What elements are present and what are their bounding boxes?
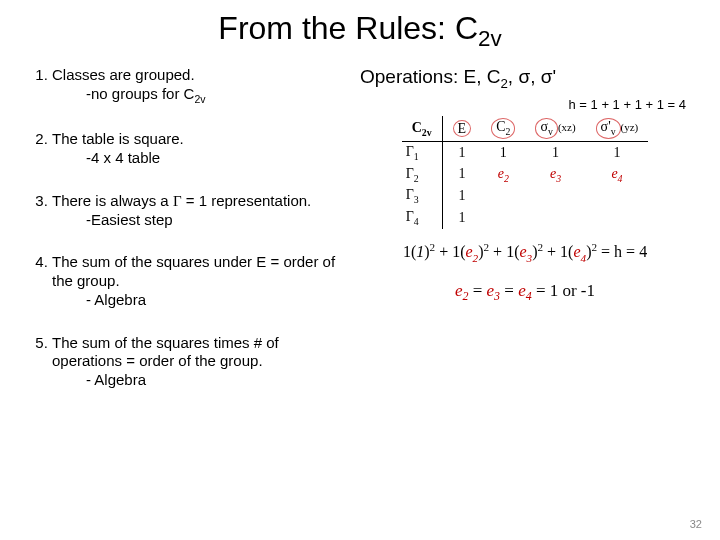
eq1-t5: + 1( [489,243,519,260]
circle-C2: C2 [491,118,515,139]
g1-pre: Γ [406,144,414,159]
rule-1-sub-pre: -no groups for C [86,85,194,102]
col-svp: σ'v(yz) [586,116,649,141]
col-E: E [442,116,481,141]
rule-1-sub: -no groups for C2v [52,85,350,106]
g2-sub: 2 [414,172,419,183]
h-equation: h = 1 + 1 + 1 + 1 = 4 [360,97,686,112]
character-table: C2v E C2 σv(xz) σ'v(yz) Γ1 1 1 1 1 Γ2 1 [402,116,649,229]
g1-sub: 1 [414,151,419,162]
col-C2: C2 [481,116,525,141]
g3-sub: 3 [414,194,419,205]
eq1-e3: e [519,243,526,260]
corner-pre: C [412,120,422,135]
equation-1: 1(1)2 + 1(e2)2 + 1(e3)2 + 1(e4)2 = h = 4 [360,239,690,267]
eq2-e4: e [518,281,526,300]
rule-3-post: = 1 representation. [182,192,312,209]
sv-pre: σ [540,119,548,134]
page-number: 32 [690,518,702,530]
rule-3-sub: -Easiest step [52,211,350,230]
rule-2: The table is square. -4 x 4 table [52,130,350,168]
r3c1: 1 [442,185,481,207]
r2c3: e3 [525,164,585,186]
title-sub: 2v [478,26,502,51]
operations-line: Operations: E, C2, σ, σ' [360,66,690,91]
r1c3: 1 [525,141,585,163]
eq1-i1: 1 [416,243,424,260]
rule-2-sub: -4 x 4 table [52,149,350,168]
rule-1-main: Classes are grouped. [52,66,195,83]
rule-2-main: The table is square. [52,130,184,147]
sv-sub: v [548,126,553,137]
eq2-e3: e [487,281,495,300]
eq2-rhs: = 1 or -1 [532,281,595,300]
eq1-e4: e [573,243,580,260]
left-column: Classes are grouped. -no groups for C2v … [30,66,350,413]
rule-1-sub-sub: 2v [194,93,205,105]
rule-3-pre: There is always a [52,192,173,209]
eq2-eq1: = [468,281,486,300]
table-corner: C2v [402,116,442,141]
eq2-eq2: = [500,281,518,300]
r2c2: e2 [481,164,525,186]
table-row: Γ2 1 e2 e3 e4 [402,164,649,186]
r4c1: 1 [442,207,481,229]
eq1-t7: + 1( [543,243,573,260]
eq1-rhs: = h = 4 [597,243,647,260]
rule-1: Classes are grouped. -no groups for C2v [52,66,350,106]
table-row: Γ3 1 [402,185,649,207]
sv-par: (xz) [558,121,576,133]
slide: From the Rules: C2v Classes are grouped.… [0,0,720,540]
c2-sub: 2 [506,126,511,137]
r1c4: 1 [586,141,649,163]
rule-5-sub: - Algebra [52,371,350,390]
c2-pre: C [496,119,505,134]
table-row: Γ1 1 1 1 1 [402,141,649,163]
r2c4: e4 [586,164,649,186]
svp-par: (yz) [621,121,639,133]
r2c2-sub: 2 [504,172,509,183]
g4-pre: Γ [406,209,414,224]
columns: Classes are grouped. -no groups for C2v … [30,66,690,413]
ops-sub: 2 [500,76,507,91]
r1c1: 1 [442,141,481,163]
table-row: Γ4 1 [402,207,649,229]
equation-2: e2 = e3 = e4 = 1 or -1 [360,281,690,304]
right-column: Operations: E, C2, σ, σ' h = 1 + 1 + 1 +… [360,66,690,413]
table-header-row: C2v E C2 σv(xz) σ'v(yz) [402,116,649,141]
ops-post: , σ, σ' [508,66,556,87]
circle-svp: σ'v [596,118,621,139]
rule-4-main: The sum of the squares under E = order o… [52,253,335,289]
title-text: From the Rules: C [218,10,478,46]
rule-3: There is always a Γ = 1 representation. … [52,192,350,230]
g4-sub: 4 [414,216,419,227]
eq1-t1: 1( [403,243,416,260]
rules-list: Classes are grouped. -no groups for C2v … [30,66,350,389]
circle-sv: σv [535,118,557,139]
corner-sub: 2v [422,126,432,137]
r2c4-sub: 4 [618,172,623,183]
svp-pre: σ' [601,119,611,134]
slide-title: From the Rules: C2v [30,10,690,52]
gamma-symbol: Γ [173,193,182,209]
row3-label: Γ3 [402,185,442,207]
row1-label: Γ1 [402,141,442,163]
svp-sub: v [611,126,616,137]
row4-label: Γ4 [402,207,442,229]
g2-pre: Γ [406,166,414,181]
row2-label: Γ2 [402,164,442,186]
eq1-t3: + 1( [435,243,465,260]
circle-E: E [453,120,472,137]
g3-pre: Γ [406,187,414,202]
col-sv: σv(xz) [525,116,585,141]
ops-pre: Operations: E, C [360,66,500,87]
r2c3-sub: 3 [556,172,561,183]
eq1-e2: e [465,243,472,260]
rule-5: The sum of the squares times # of operat… [52,334,350,390]
r2c1: 1 [442,164,481,186]
rule-4: The sum of the squares under E = order o… [52,253,350,309]
r1c2: 1 [481,141,525,163]
rule-4-sub: - Algebra [52,291,350,310]
rule-5-main: The sum of the squares times # of operat… [52,334,279,370]
